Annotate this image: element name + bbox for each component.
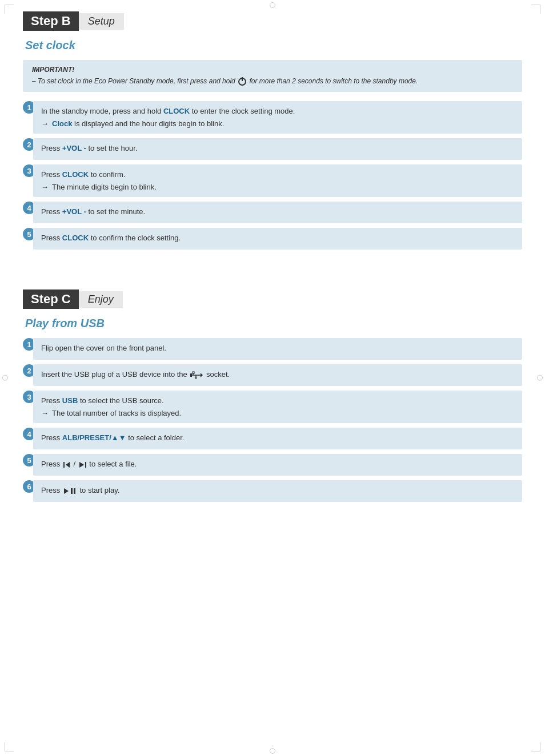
play-pause-icon — [63, 485, 77, 497]
step-b-section: Step B Setup Set clock IMPORTANT! – To s… — [23, 11, 522, 250]
step-c-section: Step C Enjoy Play from USB 1 Flip open t… — [23, 289, 522, 502]
arrow-1: → — [41, 118, 49, 130]
corner-mark-bl — [5, 742, 14, 751]
svg-rect-4 — [193, 372, 194, 373]
step-b-content-2: Press +VOL - to set the hour. — [33, 138, 522, 160]
crop-mark-left — [2, 374, 8, 383]
step-b-arrow-text-3: The minute digits begin to blink. — [52, 182, 157, 193]
keyword-vol-2: +VOL - — [62, 207, 86, 216]
step-b-content-4: Press +VOL - to set the minute. — [33, 202, 522, 223]
keyword-clock-3: CLOCK — [62, 234, 89, 242]
step-c-content-5: Press / to select a file. — [33, 454, 522, 476]
step-c-content-3: Press USB to select the USB source. → Th… — [33, 391, 522, 423]
corner-mark-br — [531, 742, 540, 751]
step-b-arrow-text-1: Clock is displayed and the hour digits b… — [52, 118, 224, 130]
crop-mark-top — [270, 2, 275, 8]
prev-track-icon — [63, 462, 70, 468]
step-c-row-2: 2 Insert the USB plug of a USB device in… — [23, 364, 522, 386]
step-c-text-6: Press to start play. — [41, 485, 514, 496]
step-b-section-title: Set clock — [25, 39, 522, 52]
step-c-content-4: Press ALB/PRESET/▲▼ to select a folder. — [33, 428, 522, 449]
step-c-row-4: 4 Press ALB/PRESET/▲▼ to select a folder… — [23, 428, 522, 449]
step-b-subtitle: Setup — [79, 13, 124, 30]
step-b-label: Step B — [23, 11, 79, 31]
step-c-subtitle: Enjoy — [79, 291, 123, 308]
step-b-row-3: 3 Press CLOCK to confirm. → The minute d… — [23, 164, 522, 197]
step-c-row-3: 3 Press USB to select the USB source. → … — [23, 391, 522, 423]
usb-icon — [190, 371, 203, 379]
svg-point-6 — [195, 377, 197, 379]
arrow-c-3: → — [41, 408, 49, 419]
crop-mark-bottom — [270, 748, 275, 754]
step-c-text-1: Flip open the cover on the front panel. — [41, 343, 514, 354]
keyword-clock-2: CLOCK — [62, 170, 89, 179]
keyword-clock-1: CLOCK — [163, 107, 190, 115]
corner-mark-tr — [531, 5, 540, 14]
step-c-header: Step C Enjoy — [23, 289, 522, 309]
step-b-row-5: 5 Press CLOCK to confirm the clock setti… — [23, 228, 522, 250]
step-b-row-2: 2 Press +VOL - to set the hour. — [23, 138, 522, 160]
important-title: IMPORTANT! — [32, 66, 513, 74]
step-b-content-1: In the standby mode, press and hold CLOC… — [33, 101, 522, 134]
step-c-text-2: Insert the USB plug of a USB device into… — [41, 369, 514, 380]
arrow-3: → — [41, 182, 49, 193]
svg-marker-1 — [201, 373, 203, 377]
important-text: – To set clock in the Eco Power Standby … — [32, 76, 513, 86]
power-icon — [238, 78, 246, 86]
step-b-row-4: 4 Press +VOL - to set the minute. — [23, 202, 522, 223]
step-c-section-title: Play from USB — [25, 317, 522, 330]
step-b-content-5: Press CLOCK to confirm the clock setting… — [33, 228, 522, 250]
keyword-alb: ALB/PRESET/▲▼ — [62, 433, 126, 442]
next-track-icon — [79, 462, 86, 468]
step-c-content-6: Press to start play. — [33, 480, 522, 502]
important-box: IMPORTANT! – To set clock in the Eco Pow… — [23, 60, 522, 92]
step-c-arrow-text-3: The total number of tracks is displayed. — [52, 408, 181, 419]
svg-rect-2 — [190, 373, 192, 377]
step-c-row-1: 1 Flip open the cover on the front panel… — [23, 338, 522, 360]
step-c-text-5: Press / to select a file. — [41, 459, 514, 470]
crop-mark-right — [537, 374, 543, 383]
step-c-row-5: 5 Press / to select a file. — [23, 454, 522, 476]
step-b-header: Step B Setup — [23, 11, 522, 31]
step-b-content-3: Press CLOCK to confirm. → The minute dig… — [33, 164, 522, 197]
corner-mark-tl — [5, 5, 14, 14]
section-spacer — [23, 267, 522, 284]
keyword-vol-1: +VOL - — [62, 144, 86, 152]
keyword-usb: USB — [62, 396, 78, 405]
step-b-row-1: 1 In the standby mode, press and hold CL… — [23, 101, 522, 134]
step-c-label: Step C — [23, 289, 79, 309]
step-c-content-1: Flip open the cover on the front panel. — [33, 338, 522, 360]
step-c-row-6: 6 Press to start play. — [23, 480, 522, 502]
step-c-content-2: Insert the USB plug of a USB device into… — [33, 364, 522, 386]
